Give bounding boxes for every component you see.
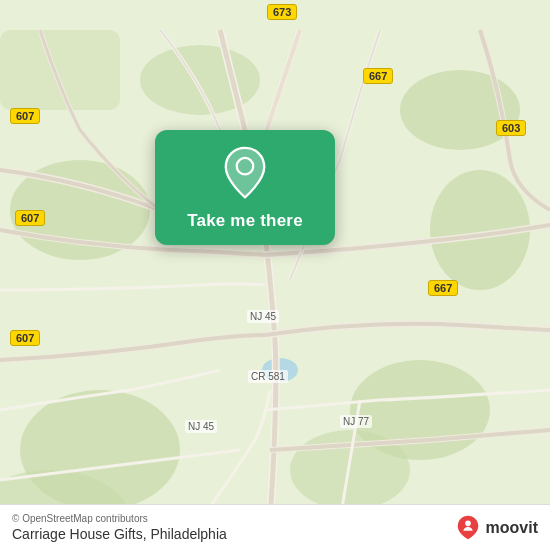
moovit-brand-icon: [454, 514, 482, 542]
bottom-bar-info: © OpenStreetMap contributors Carriage Ho…: [12, 513, 227, 542]
attribution-text: © OpenStreetMap contributors: [12, 513, 227, 524]
route-badge-607b: 607: [15, 210, 45, 226]
road-label-cr581: CR 581: [248, 370, 288, 383]
map-svg: [0, 0, 550, 550]
route-badge-673: 673: [267, 4, 297, 20]
location-title: Carriage House Gifts, Philadelphia: [12, 526, 227, 542]
take-me-there-card[interactable]: Take me there: [155, 130, 335, 245]
take-me-there-label[interactable]: Take me there: [187, 211, 303, 231]
map-container: 673 667 607 607 607 667 603 NJ 45 NJ 45 …: [0, 0, 550, 550]
road-label-nj45b: NJ 45: [185, 420, 217, 433]
road-label-nj77: NJ 77: [340, 415, 372, 428]
route-badge-667b: 667: [428, 280, 458, 296]
svg-point-14: [465, 520, 471, 526]
road-label-nj45a: NJ 45: [247, 310, 279, 323]
route-badge-607c: 607: [10, 330, 40, 346]
route-badge-667a: 667: [363, 68, 393, 84]
route-badge-607a: 607: [10, 108, 40, 124]
moovit-text: moovit: [486, 519, 538, 537]
location-pin-icon: [220, 146, 270, 201]
bottom-bar: © OpenStreetMap contributors Carriage Ho…: [0, 504, 550, 550]
route-badge-603: 603: [496, 120, 526, 136]
moovit-logo: moovit: [454, 514, 538, 542]
svg-rect-7: [0, 30, 120, 110]
